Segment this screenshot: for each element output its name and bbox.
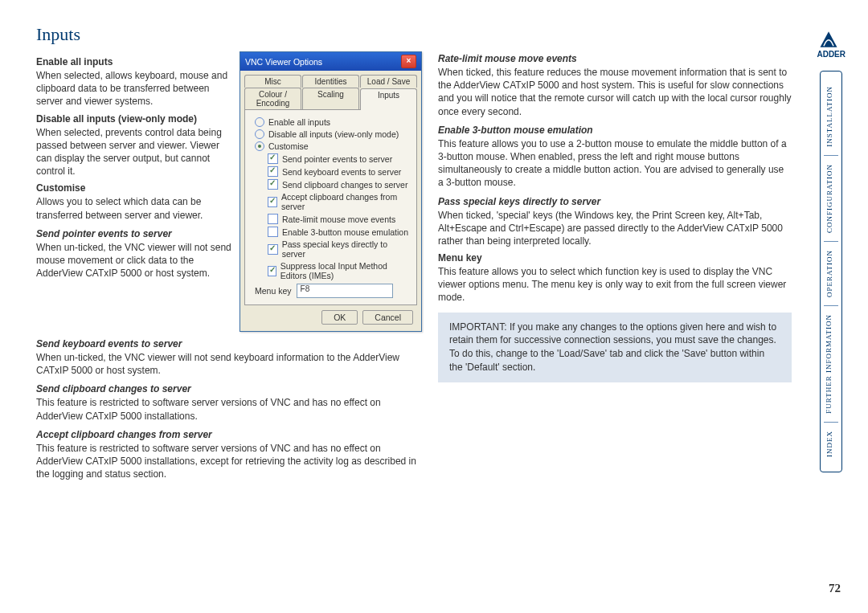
heading-enable-all: Enable all inputs xyxy=(36,56,231,67)
checkbox-icon xyxy=(268,153,278,164)
heading-send-keyboard: Send keyboard events to server xyxy=(36,338,422,349)
nav-further-information[interactable]: Further Information xyxy=(824,306,838,422)
heading-rate-limit: Rate-limit mouse move events xyxy=(438,53,792,64)
body-disable: When selected, prevents control data bei… xyxy=(36,126,231,178)
heading-customise: Customise xyxy=(36,182,231,194)
checkbox-accept-clipboard[interactable]: Accept clipboard changes from server xyxy=(268,192,410,211)
body-send-pointer: When un-ticked, the VNC viewer will not … xyxy=(36,241,231,280)
page-number: 72 xyxy=(829,582,841,595)
body-customise: Allows you to select which data can be t… xyxy=(36,195,231,221)
checkbox-suppress-ime[interactable]: Suppress local Input Method Editors (IME… xyxy=(268,261,410,280)
menu-key-label: Menu key xyxy=(255,286,292,296)
ok-button[interactable]: OK xyxy=(321,310,358,325)
heading-accept-clipboard: Accept clipboard changes from server xyxy=(36,429,422,440)
tab-load-save[interactable]: Load / Save xyxy=(360,75,417,88)
tab-misc[interactable]: Misc xyxy=(244,75,301,88)
checkbox-icon xyxy=(268,244,278,255)
snake-icon xyxy=(817,29,841,50)
nav-configuration[interactable]: Configuration xyxy=(824,156,838,241)
body-3button: This feature allows you to use a 2-butto… xyxy=(438,137,792,190)
checkbox-send-keyboard[interactable]: Send keyboard events to server xyxy=(268,166,410,177)
radio-enable-all[interactable]: Enable all inputs xyxy=(255,117,410,127)
checkbox-pass-special[interactable]: Pass special keys directly to server xyxy=(268,239,410,259)
tab-inputs[interactable]: Inputs xyxy=(360,88,417,110)
heading-pass-keys: Pass special keys directly to server xyxy=(438,196,792,207)
heading-menu-key: Menu key xyxy=(438,252,792,264)
nav-box: Installation Configuration Operation Fur… xyxy=(820,71,842,472)
heading-3button: Enable 3-button mouse emulation xyxy=(438,125,792,136)
radio-icon xyxy=(255,129,264,139)
close-button[interactable]: × xyxy=(401,55,416,68)
checkbox-send-clipboard[interactable]: Send clipboard changes to server xyxy=(268,179,410,190)
nav-installation[interactable]: Installation xyxy=(824,78,838,155)
radio-customise[interactable]: Customise xyxy=(255,141,410,151)
menu-key-input[interactable]: F8 xyxy=(297,284,393,298)
brand-logo: ADDER xyxy=(817,29,845,59)
important-note: IMPORTANT: If you make any changes to th… xyxy=(438,313,792,382)
radio-icon xyxy=(255,141,264,151)
tab-colour-encoding[interactable]: Colour / Encoding xyxy=(244,88,301,109)
nav-operation[interactable]: Operation xyxy=(824,242,838,305)
body-accept-clipboard: This feature is restricted to software s… xyxy=(36,442,422,481)
tab-scaling[interactable]: Scaling xyxy=(302,88,359,109)
nav-index[interactable]: Index xyxy=(824,423,838,465)
sidebar: ADDER Installation Configuration Operati… xyxy=(817,29,845,472)
body-enable-all: When selected, allows keyboard, mouse an… xyxy=(36,69,231,108)
vnc-options-dialog: VNC Viewer Options × Misc Identities Loa… xyxy=(240,51,422,332)
tab-identities[interactable]: Identities xyxy=(302,75,359,88)
checkbox-3button[interactable]: Enable 3-button mouse emulation xyxy=(268,227,410,237)
radio-disable-all[interactable]: Disable all inputs (view-only mode) xyxy=(255,129,410,139)
body-menu-key: This feature allows you to select which … xyxy=(438,265,792,304)
body-rate-limit: When ticked, this feature reduces the mo… xyxy=(438,66,792,118)
checkbox-send-pointer[interactable]: Send pointer events to server xyxy=(268,153,410,164)
dialog-titlebar: VNC Viewer Options × xyxy=(240,52,421,71)
checkbox-icon xyxy=(268,227,278,237)
radio-icon xyxy=(255,117,264,127)
heading-send-pointer: Send pointer events to server xyxy=(36,228,231,239)
checkbox-icon xyxy=(268,197,277,207)
checkbox-icon xyxy=(268,179,278,190)
cancel-button[interactable]: Cancel xyxy=(362,310,413,325)
dialog-title: VNC Viewer Options xyxy=(245,57,322,67)
body-pass-keys: When ticked, 'special' keys (the Windows… xyxy=(438,209,792,248)
checkbox-icon xyxy=(268,214,278,224)
checkbox-rate-limit[interactable]: Rate-limit mouse move events xyxy=(268,214,410,224)
body-send-keyboard: When un-ticked, the VNC viewer will not … xyxy=(36,351,422,377)
heading-disable: Disable all inputs (view-only mode) xyxy=(36,113,231,125)
checkbox-icon xyxy=(268,266,276,276)
page-title: Inputs xyxy=(36,24,422,45)
body-send-clipboard: This feature is restricted to software s… xyxy=(36,396,422,422)
checkbox-icon xyxy=(268,166,278,177)
heading-send-clipboard: Send clipboard changes to server xyxy=(36,383,422,394)
